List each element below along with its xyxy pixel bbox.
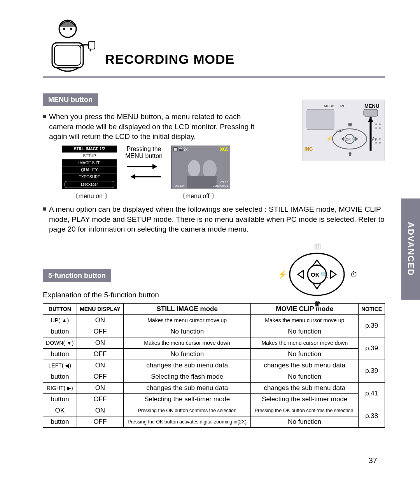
svg-point-21 <box>375 142 377 144</box>
th-menu-display: MENU DISPLAY <box>77 303 124 314</box>
caption-menu-off: 〔menu off 〕 <box>167 192 229 200</box>
svg-text:⚡: ⚡ <box>278 270 287 279</box>
lcd-menu-row: EXPOSURE <box>62 173 117 180</box>
table-row: OK ON Pressing the OK button confirms th… <box>43 405 385 416</box>
svg-point-17 <box>375 127 377 129</box>
table-row: DOWN( ▼) ON Makes the menu cursor move d… <box>43 337 385 348</box>
svg-point-18 <box>379 127 381 129</box>
lcd-menu-header: STILL IMAGE 1/2 <box>62 146 117 152</box>
mascot-illustration <box>43 12 101 74</box>
five-function-table: BUTTON MENU DISPLAY STILL IMAGE mode MOV… <box>43 303 385 428</box>
svg-text:⚡: ⚡ <box>326 135 333 142</box>
press-label-2: MENU button <box>121 153 167 160</box>
label-lcd: LCD <box>336 129 343 133</box>
five-function-diagram: OK 🔍 ▦ 🗑 ⚡ ⏱ <box>272 241 362 309</box>
table-row: button OFF No function No function <box>43 348 385 360</box>
camera-top-illustration: MODE MF MENU LCD OK 🔍 ⚡ ⏱ ▦ 🗑 ING <box>303 100 385 161</box>
svg-rect-5 <box>89 41 95 49</box>
table-row: button OFF No function No function <box>43 326 385 337</box>
lcd-menu-footer: 1280X1024 <box>65 181 114 188</box>
svg-point-22 <box>379 142 381 144</box>
svg-point-15 <box>375 123 377 125</box>
bullet-icon <box>43 207 46 211</box>
svg-point-16 <box>379 123 381 125</box>
press-label-col: Pressing the MENU button <box>121 146 167 184</box>
lcd-menu-row: SETUP <box>62 152 117 159</box>
svg-point-27 <box>203 160 217 179</box>
table-row: LEFT( ◀) ON changes the sub menu data ch… <box>43 360 385 371</box>
table-row: UP( ▲) ON Makes the menu cursor move up … <box>43 314 385 326</box>
section-badge-menu: MENU button <box>43 93 98 106</box>
page: RECORDING MODE MENU button When you pres… <box>0 0 420 504</box>
lcd-menu-row: IMAGE SIZE <box>62 159 117 166</box>
section-badge-func: 5-function button <box>43 269 111 282</box>
header-row: RECORDING MODE <box>43 12 385 74</box>
press-label-1: Pressing the <box>121 146 167 153</box>
bullet-text: When you press the MENU button, a menu r… <box>49 112 261 142</box>
svg-rect-6 <box>303 100 385 161</box>
svg-point-4 <box>70 28 72 30</box>
lcd-photo-topright: 0015 <box>220 147 228 151</box>
caption-menu-on: 〔menu on 〕 <box>62 192 121 200</box>
label-mf: MF <box>340 104 345 108</box>
lcd-menu-row: QUALITY <box>62 166 117 173</box>
th-button: BUTTON <box>43 303 77 314</box>
lcd-menu-on: STILL IMAGE 1/2 SETUP IMAGE SIZE QUALITY… <box>62 146 117 189</box>
svg-text:⏱: ⏱ <box>350 270 358 279</box>
svg-text:🗑: 🗑 <box>348 151 352 156</box>
svg-text:▦: ▦ <box>348 122 352 126</box>
svg-text:🔍: 🔍 <box>320 271 328 279</box>
label-ok: OK <box>311 271 320 278</box>
svg-rect-1 <box>54 45 81 65</box>
svg-point-26 <box>188 160 200 177</box>
svg-rect-8 <box>364 109 378 116</box>
bullet-icon <box>43 115 46 118</box>
th-still: STILL IMAGE mode <box>124 303 251 314</box>
lcd-menu-off: 🔲 📷2x 0015 +0.0 Ev 03:15 2003/09/01 <box>171 146 230 189</box>
arrows-icon <box>124 161 163 183</box>
svg-point-20 <box>379 138 381 140</box>
svg-text:▦: ▦ <box>314 242 321 250</box>
table-row: RIGHT( ▶) ON changes the sub menu data c… <box>43 382 385 393</box>
lcd-photo-bottomleft: +0.0 Ev <box>173 184 184 188</box>
lcd-photo-bottomright: 03:15 2003/09/01 <box>213 181 228 188</box>
th-notice: NOTICE <box>359 303 385 314</box>
svg-point-19 <box>375 138 377 140</box>
label-ing: ING <box>304 146 313 152</box>
page-number: 37 <box>369 456 377 465</box>
svg-point-3 <box>63 28 65 30</box>
label-menu: MENU <box>364 103 379 109</box>
bullet-text: A menu option can be displayed when the … <box>49 204 385 234</box>
svg-rect-7 <box>307 109 334 130</box>
table-row: button OFF Pressing the OK button activa… <box>43 416 385 427</box>
svg-text:🗑: 🗑 <box>314 300 321 307</box>
label-ok-cam: OK 🔍 <box>346 137 357 142</box>
side-tab-advanced: ADVANCED <box>401 198 420 300</box>
svg-rect-28 <box>187 176 217 188</box>
lcd-photo-topleft: 🔲 📷2x <box>173 147 187 151</box>
bullet-menu-1: When you press the MENU button, a menu r… <box>43 112 261 142</box>
table-row: button OFF Selecting the self-timer mode… <box>43 393 385 405</box>
label-mode: MODE <box>324 104 334 108</box>
bullet-menu-2: A menu option can be displayed when the … <box>43 204 385 234</box>
lcd-caption-row: 〔menu on 〕 〔menu off 〕 <box>62 192 385 200</box>
table-row: button OFF Selecting the flash mode No f… <box>43 371 385 382</box>
page-title: RECORDING MODE <box>105 52 234 67</box>
header-rule <box>43 76 385 78</box>
